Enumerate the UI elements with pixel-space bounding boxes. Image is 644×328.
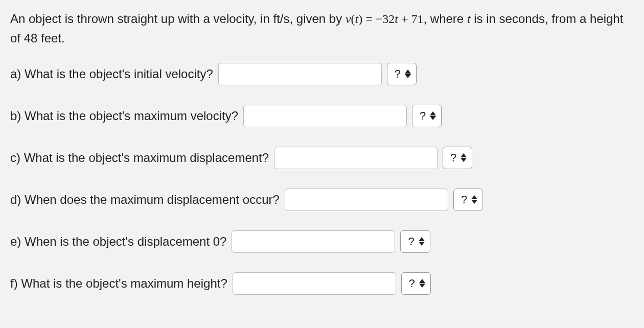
question-c: c) What is the object's maximum displace…: [10, 147, 634, 169]
unit-select-e[interactable]: ?: [400, 230, 430, 253]
answer-input-b[interactable]: [243, 105, 407, 127]
var-t-3: t: [467, 12, 471, 26]
label-e: e) When is the object's displacement 0?: [10, 235, 226, 249]
plus-71: + 71: [398, 12, 424, 26]
svg-marker-6: [471, 195, 477, 199]
svg-marker-0: [405, 69, 411, 74]
unit-select-d[interactable]: ?: [453, 189, 483, 211]
svg-marker-5: [461, 158, 467, 162]
statement-prefix: An object is thrown straight up with a v…: [10, 12, 346, 26]
unit-select-a[interactable]: ?: [387, 63, 417, 85]
var-t-2: t: [395, 12, 398, 26]
func-v: v: [346, 12, 351, 26]
stepper-icon: [461, 153, 467, 162]
question-e: e) When is the object's displacement 0? …: [10, 230, 634, 253]
svg-marker-4: [461, 153, 467, 157]
svg-marker-10: [419, 279, 425, 283]
unit-select-f[interactable]: ?: [401, 272, 431, 295]
unit-value-c: ?: [450, 151, 456, 165]
answer-input-a[interactable]: [218, 63, 382, 85]
label-b: b) What is the object's maximum velocity…: [10, 109, 238, 123]
stepper-icon: [405, 69, 411, 78]
unit-value-a: ?: [395, 67, 401, 81]
unit-select-b[interactable]: ?: [412, 105, 442, 127]
svg-marker-1: [405, 74, 411, 78]
svg-marker-7: [471, 200, 477, 204]
question-a: a) What is the object's initial velocity…: [10, 63, 634, 85]
close-eq: ) =: [358, 12, 376, 26]
question-b: b) What is the object's maximum velocity…: [10, 105, 634, 127]
question-f: f) What is the object's maximum height? …: [10, 272, 634, 295]
mid-text: , where: [424, 12, 467, 26]
unit-value-f: ?: [409, 277, 415, 290]
problem-statement: An object is thrown straight up with a v…: [10, 9, 634, 49]
svg-marker-11: [419, 284, 425, 288]
answer-input-c[interactable]: [274, 147, 438, 169]
unit-value-d: ?: [461, 193, 467, 206]
answer-input-d[interactable]: [285, 189, 448, 211]
stepper-icon: [419, 279, 425, 288]
unit-select-c[interactable]: ?: [443, 147, 472, 169]
svg-marker-2: [430, 111, 436, 115]
unit-value-e: ?: [408, 235, 414, 248]
coef-32: 32: [382, 12, 395, 26]
answer-input-e[interactable]: [232, 230, 395, 253]
label-d: d) When does the maximum displacement oc…: [10, 193, 280, 207]
open-paren: (: [351, 12, 355, 26]
stepper-icon: [419, 237, 425, 246]
label-a: a) What is the object's initial velocity…: [10, 67, 213, 81]
answer-input-f[interactable]: [233, 272, 396, 295]
svg-marker-8: [419, 237, 425, 241]
svg-marker-9: [419, 242, 425, 246]
label-f: f) What is the object's maximum height?: [10, 276, 227, 291]
stepper-icon: [471, 195, 477, 204]
question-d: d) When does the maximum displacement oc…: [10, 189, 634, 211]
stepper-icon: [430, 111, 436, 120]
svg-marker-3: [430, 116, 436, 120]
unit-value-b: ?: [420, 109, 426, 123]
minus-sign: −: [376, 12, 383, 26]
label-c: c) What is the object's maximum displace…: [10, 151, 269, 165]
